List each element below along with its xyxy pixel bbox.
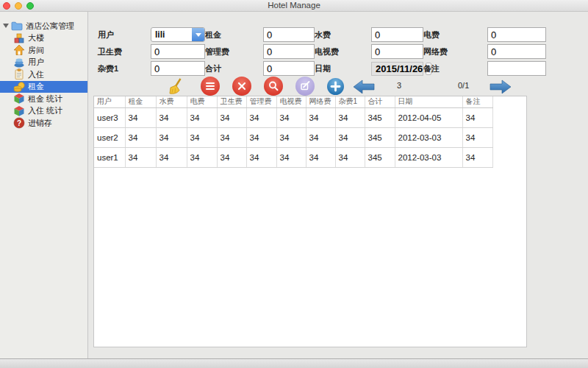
table-cell[interactable]: 34 — [217, 127, 246, 147]
table-cell[interactable]: 34 — [217, 147, 246, 167]
table-cell[interactable]: 34 — [306, 127, 335, 147]
misc1-fee-input[interactable] — [151, 61, 205, 76]
disclosure-triangle-icon[interactable] — [3, 24, 9, 28]
field-label-date: 日期 — [315, 63, 371, 74]
table-cell[interactable]: 34 — [246, 127, 276, 147]
close-button[interactable] — [3, 2, 10, 10]
column-header: 卫生费 — [217, 96, 246, 107]
table-cell[interactable]: 2012-03-03 — [395, 127, 462, 147]
table-cell-empty — [492, 147, 514, 167]
sanitation-fee-input[interactable] — [151, 44, 205, 59]
table-cell[interactable]: 2012-03-03 — [395, 147, 462, 167]
table-row[interactable]: user2 34 34 34 34 34 34 34 34 345 2012-0… — [94, 127, 514, 147]
table-cell[interactable]: 34 — [156, 127, 187, 147]
sidebar-item-checkin-stats[interactable]: 入住 统计 — [0, 105, 87, 118]
cube-icon — [13, 93, 25, 105]
sidebar-root-hotel-management[interactable]: 酒店公寓管理 — [0, 20, 87, 32]
table-cell[interactable]: 34 — [335, 107, 365, 127]
sidebar-item-label: 租金 统计 — [28, 93, 62, 105]
table-cell[interactable]: 34 — [125, 127, 156, 147]
field-label-water: 水费 — [315, 29, 371, 40]
total-input[interactable] — [263, 61, 315, 76]
table-cell[interactable]: 34 — [156, 107, 187, 127]
table-cell[interactable]: 34 — [276, 107, 306, 127]
table-cell[interactable]: 34 — [217, 107, 246, 127]
rent-form: 用户 lili 租金 水费 电费 卫生费 管理费 电视费 — [98, 27, 546, 76]
minimize-button[interactable] — [15, 2, 22, 10]
field-label-misc1: 杂费1 — [98, 63, 151, 74]
field-label-total: 合计 — [205, 63, 263, 74]
management-fee-input[interactable] — [263, 44, 315, 59]
table-cell[interactable]: 34 — [462, 107, 492, 127]
next-record-button[interactable] — [490, 79, 512, 97]
list-button[interactable] — [201, 77, 220, 96]
table-cell-empty — [492, 127, 514, 147]
table-cell[interactable]: 34 — [276, 127, 306, 147]
sidebar-item-label: 大楼 — [28, 32, 44, 43]
column-header: 电视费 — [276, 96, 306, 107]
table-row[interactable]: user1 34 34 34 34 34 34 34 34 345 2012-0… — [94, 147, 514, 167]
table-cell[interactable]: 34 — [306, 147, 335, 167]
table-cell[interactable]: 34 — [187, 107, 217, 127]
edit-button[interactable] — [295, 77, 315, 96]
sidebar-item-rent[interactable]: 租金 — [0, 81, 87, 93]
remark-input[interactable] — [487, 61, 546, 76]
users-icon — [13, 57, 25, 68]
coins-icon — [13, 81, 25, 93]
column-header: 日期 — [395, 96, 462, 107]
rent-input[interactable] — [263, 27, 315, 42]
page-indicator: 0/1 — [458, 81, 469, 90]
user-dropdown[interactable]: lili — [151, 27, 205, 42]
svg-text:?: ? — [17, 119, 21, 127]
sidebar-item-inventory[interactable]: ? 进销存 — [0, 117, 87, 130]
table-cell[interactable]: 345 — [365, 127, 395, 147]
previous-record-button[interactable] — [353, 79, 375, 97]
table-cell[interactable]: 34 — [462, 147, 492, 167]
date-picker[interactable]: 2015/11/26 — [371, 62, 423, 76]
table-cell[interactable]: 34 — [335, 127, 365, 147]
sidebar-item-user[interactable]: 用户 — [0, 57, 87, 69]
tv-fee-input[interactable] — [371, 44, 423, 59]
table-row[interactable]: user3 34 34 34 34 34 34 34 34 345 2012-0… — [94, 107, 514, 127]
sidebar-item-label: 租金 — [28, 81, 44, 92]
table-cell[interactable]: user3 — [94, 107, 125, 127]
table-cell[interactable]: user2 — [94, 127, 125, 147]
sidebar-item-label: 入住 统计 — [28, 105, 62, 116]
table-cell[interactable]: 2012-04-05 — [395, 107, 462, 127]
table-cell[interactable]: 34 — [246, 147, 276, 167]
sidebar-item-room[interactable]: 房间 — [0, 44, 87, 57]
table-cell[interactable]: 34 — [462, 127, 492, 147]
column-header: 网络费 — [306, 96, 335, 107]
table-cell[interactable]: 34 — [125, 147, 156, 167]
clear-button[interactable] — [168, 78, 184, 96]
network-fee-input[interactable] — [487, 44, 546, 59]
electric-fee-input[interactable] — [487, 27, 546, 42]
chevron-down-icon[interactable] — [192, 28, 204, 41]
table-cell[interactable]: 345 — [365, 147, 395, 167]
field-label-sanitation: 卫生费 — [98, 46, 151, 57]
column-header: 租金 — [125, 96, 156, 107]
table-cell[interactable]: 345 — [365, 107, 395, 127]
add-button[interactable] — [327, 78, 344, 95]
table-cell[interactable]: 34 — [335, 147, 365, 167]
zoom-button[interactable] — [26, 2, 34, 10]
table-cell[interactable]: 34 — [156, 147, 187, 167]
table-cell[interactable]: 34 — [125, 107, 156, 127]
table-cell[interactable]: 34 — [187, 127, 217, 147]
sidebar-item-checkin[interactable]: 入住 — [0, 68, 87, 81]
table-cell[interactable]: 34 — [276, 147, 306, 167]
sidebar-item-building[interactable]: 大楼 — [0, 32, 87, 45]
x-icon — [232, 77, 251, 96]
sidebar: 酒店公寓管理 大楼 房间 用户 — [0, 12, 88, 358]
sidebar-item-rent-stats[interactable]: 租金 统计 — [0, 93, 87, 105]
table-cell[interactable]: user1 — [94, 147, 125, 167]
water-fee-input[interactable] — [371, 27, 423, 42]
window-body: 酒店公寓管理 大楼 房间 用户 — [0, 12, 588, 358]
clipboard-icon — [13, 68, 25, 80]
field-label-rent: 租金 — [205, 29, 263, 40]
table-cell[interactable]: 34 — [246, 107, 276, 127]
search-button[interactable] — [264, 77, 283, 96]
table-cell[interactable]: 34 — [306, 107, 335, 127]
table-cell[interactable]: 34 — [187, 147, 217, 167]
delete-button[interactable] — [232, 77, 251, 96]
